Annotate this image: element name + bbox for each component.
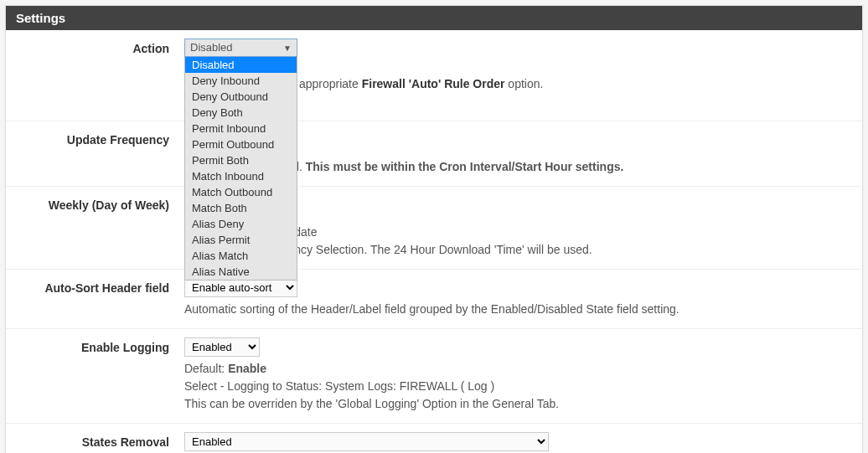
action-option[interactable]: Alias Permit	[185, 232, 297, 248]
row-autosort: Auto-Sort Header field Enable auto-sort …	[6, 270, 862, 329]
logging-line3: This can be overriden by the 'Global Log…	[184, 397, 559, 410]
action-option[interactable]: Disabled	[185, 57, 297, 73]
action-option[interactable]: Permit Inbound	[185, 121, 297, 136]
action-option[interactable]: Alias Native	[185, 264, 297, 280]
action-option[interactable]: Match Inbound	[185, 168, 297, 184]
action-select[interactable]: Disabled ▼	[184, 39, 297, 57]
logging-select[interactable]: Enabled	[184, 337, 260, 357]
action-option[interactable]: Permit Both	[185, 152, 297, 168]
update-help-bold: This must be within the Cron Interval/St…	[306, 160, 624, 173]
action-option[interactable]: Alias Match	[185, 248, 297, 264]
action-option[interactable]: Match Outbound	[185, 184, 297, 200]
states-select[interactable]: Enabled	[184, 432, 549, 451]
content-action: Disabled ▼ DisabledDeny InboundDeny Outb…	[178, 30, 862, 121]
action-option[interactable]: Alias Deny	[185, 216, 297, 232]
action-help-post: option.	[504, 77, 543, 90]
row-weekly: Weekly (Day of Week) y of the Week ) to …	[6, 187, 862, 270]
content-states: Enabled With the 'Kill States' option (G…	[178, 424, 862, 453]
action-dropdown: DisabledDeny InboundDeny OutboundDeny Bo…	[184, 57, 297, 281]
action-option[interactable]: Match Both	[185, 200, 297, 216]
action-option[interactable]: Permit Outbound	[185, 136, 297, 152]
row-states: States Removal Enabled With the 'Kill St…	[6, 424, 862, 453]
chevron-down-icon: ▼	[283, 42, 292, 54]
action-select-wrap: Disabled ▼ DisabledDeny InboundDeny Outb…	[184, 39, 297, 57]
panel-title: Settings	[6, 6, 862, 30]
row-logging: Enable Logging Enabled Default: Enable S…	[6, 329, 862, 424]
label-logging: Enable Logging	[6, 329, 178, 423]
content-logging: Enabled Default: Enable Select - Logging…	[178, 329, 862, 423]
action-option[interactable]: Deny Both	[185, 105, 297, 121]
label-update: Update Frequency	[6, 121, 178, 186]
label-autosort: Auto-Sort Header field	[6, 270, 178, 328]
autosort-help: Automatic sorting of the Header/Label fi…	[184, 301, 850, 318]
settings-panel: Settings Action Disabled ▼ DisabledDeny …	[5, 5, 863, 453]
label-weekly: Weekly (Day of Week)	[6, 187, 178, 269]
action-selected-value: Disabled	[190, 39, 233, 56]
action-option[interactable]: Deny Inbound	[185, 73, 297, 89]
action-help-bold: Firewall 'Auto' Rule Order	[362, 77, 505, 90]
logging-line2: Select - Logging to Status: System Logs:…	[184, 379, 494, 393]
label-states: States Removal	[6, 424, 178, 453]
row-update: Update Frequency es will be downloaded. …	[6, 121, 862, 187]
row-action: Action Disabled ▼ DisabledDeny InboundDe…	[6, 30, 862, 121]
logging-default-value: Enable	[228, 362, 266, 375]
autosort-select[interactable]: Enable auto-sort	[184, 278, 297, 297]
action-option[interactable]: Deny Outbound	[185, 89, 297, 105]
label-action: Action	[6, 30, 178, 121]
logging-default-label: Default:	[184, 362, 228, 375]
logging-help: Default: Enable Select - Logging to Stat…	[184, 360, 850, 413]
